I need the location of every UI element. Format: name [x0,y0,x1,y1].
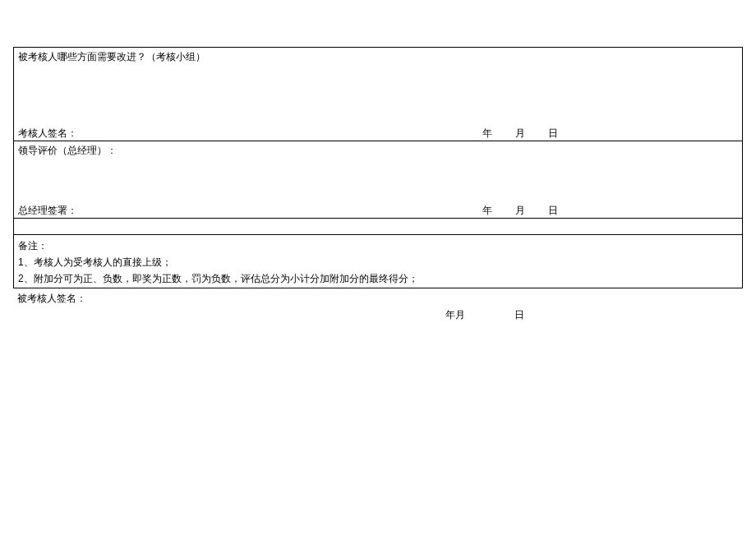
assessee-date-day: 日 [514,309,524,321]
date-year-label: 年 [482,204,492,218]
notes-line-1-text: 、考核人为受考核人的直接上级； [24,256,172,268]
notes-line-1-num: 1 [18,256,24,268]
notes-line-2-num: 2 [18,273,24,284]
reviewer-signature-row: 考核人签名： 年 月 日 [14,124,742,141]
date-month-label: 月 [515,127,525,141]
assessee-date-ym: 年月 [445,309,465,321]
reviewer-date: 年 月 日 [482,127,558,141]
notes-title: 备注： [18,238,738,254]
gm-date: 年 月 日 [482,204,558,218]
form-container: 被考核人哪些方面需要改进？（考核小组） 考核人签名： 年 月 日 领导评价（总经… [13,47,743,288]
section-notes: 备注： 1、考核人为受考核人的直接上级； 2、附加分可为正、负数，即奖为正数，罚… [14,235,742,288]
notes-line-2: 2、附加分可为正、负数，即奖为正数，罚为负数，评估总分为小计分加附加分的最终得分… [18,270,738,287]
date-day-label: 日 [548,204,558,218]
gm-signature-row: 总经理签署： 年 月 日 [14,201,742,218]
assessee-sign-label: 被考核人签名： [17,291,739,306]
date-year-label: 年 [482,127,492,141]
assessee-date: 年月日 [17,306,739,324]
notes-line-1: 1、考核人为受考核人的直接上级； [18,254,738,270]
section-gap [14,219,742,235]
gm-sign-label: 总经理签署： [18,204,77,215]
notes-line-2-text: 、附加分可为正、负数，即奖为正数，罚为负数，评估总分为小计分加附加分的最终得分； [24,273,418,284]
date-month-label: 月 [515,204,525,218]
reviewer-sign-label: 考核人签名： [18,127,77,138]
leader-evaluation-title: 领导评价（总经理）： [14,141,742,158]
date-day-label: 日 [548,127,558,141]
assessee-section: 被考核人签名： 年月日 [13,291,743,324]
section-leader-evaluation: 领导评价（总经理）： 总经理签署： 年 月 日 [14,141,742,219]
section-improvement: 被考核人哪些方面需要改进？（考核小组） 考核人签名： 年 月 日 [14,48,742,141]
improvement-question: 被考核人哪些方面需要改进？（考核小组） [14,48,742,64]
